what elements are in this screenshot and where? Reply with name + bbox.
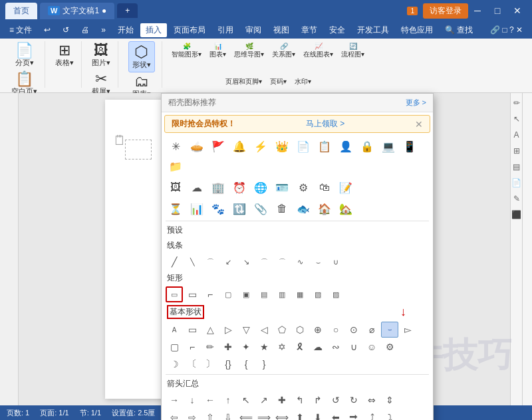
bs2-pencil[interactable]: ✏ (201, 339, 219, 355)
bs2-swirl[interactable]: ∾ (327, 339, 344, 355)
bs2-arc[interactable]: ∪ (345, 339, 362, 355)
icon-cell-person[interactable]: 👤 (336, 137, 356, 156)
arr2-3[interactable]: ⇩ (219, 409, 237, 420)
arr2-10[interactable]: ⮕ (345, 409, 362, 420)
arr-dbl[interactable]: ⇔ (363, 392, 380, 408)
rect-shape-5[interactable]: ▤ (255, 286, 273, 302)
online-chart-button[interactable]: 📈 在线图表▾ (301, 41, 336, 60)
bs2-star6[interactable]: ✡ (273, 339, 291, 355)
bs-ltri[interactable]: ◁ (255, 322, 273, 338)
icon-cell-bolt[interactable]: ⚡ (251, 137, 271, 156)
arr2-8[interactable]: ⬇ (309, 409, 327, 420)
close-button[interactable]: ✕ (508, 1, 527, 20)
icon-cell-clock[interactable]: ⏰ (229, 178, 249, 197)
line-shape-6[interactable]: ⌒ (273, 254, 291, 270)
menu-print[interactable]: 🖨 (76, 24, 94, 36)
line-shape-1[interactable]: ╲ (184, 254, 201, 270)
arr-bend2[interactable]: ↱ (309, 392, 327, 408)
relation-button[interactable]: 🔗 关系图▾ (269, 41, 298, 60)
bs3-bracket-r[interactable]: 〕 (201, 356, 219, 372)
arr2-0[interactable]: ⇦ (166, 409, 183, 420)
line-shape-0[interactable]: ╱ (166, 254, 183, 270)
arr2-6[interactable]: ⟺ (273, 409, 291, 420)
bs3-brace-r[interactable]: } (255, 356, 273, 372)
menu-ref[interactable]: 引用 (212, 23, 239, 37)
menu-layout[interactable]: 页面布局 (168, 23, 211, 37)
arr-vert[interactable]: ⇕ (381, 392, 398, 408)
menu-special[interactable]: 特色应用 (396, 23, 438, 37)
icon-cell-clip[interactable]: 📎 (251, 199, 271, 218)
arr-cw[interactable]: ↻ (345, 392, 362, 408)
icon-cell-crown[interactable]: 👑 (272, 137, 292, 156)
arr2-4[interactable]: ⟸ (237, 409, 255, 420)
arr-u[interactable]: ↺ (327, 392, 344, 408)
biaoge-button[interactable]: ⊞ 表格▾ (52, 41, 77, 70)
icon-cell-phone[interactable]: 📱 (400, 137, 420, 156)
line-shape-8[interactable]: ⌣ (309, 254, 327, 270)
icon-cell-fish[interactable]: 🐟 (293, 199, 313, 218)
fenye-button[interactable]: 📄 分页▾ (12, 41, 37, 70)
doc-tab[interactable]: W 文字文稿1 ● (40, 3, 114, 19)
line-shape-7[interactable]: ∿ (291, 254, 309, 270)
tupian-button[interactable]: 🖼 图片▾ (88, 41, 114, 70)
scrollbar[interactable] (522, 93, 532, 405)
icon-cell-cloud[interactable]: ☁ (187, 178, 207, 197)
bs-pent[interactable]: ⬠ (273, 322, 291, 338)
arr2-1[interactable]: ⇨ (184, 409, 201, 420)
icon-cell-pc[interactable]: 💻 (378, 137, 398, 156)
chart-button[interactable]: 📊 图表▾ (207, 41, 229, 60)
maximize-button[interactable]: □ (488, 1, 507, 20)
bs2-gear[interactable]: ⚙ (381, 339, 398, 355)
icon-cell-lock[interactable]: 🔒 (357, 137, 377, 156)
rt-pencil-icon[interactable]: ✏ (513, 98, 520, 108)
rect-shape-2[interactable]: ⌐ (201, 286, 219, 302)
icon-cell-pie[interactable]: 🥧 (187, 137, 207, 156)
login-button[interactable]: 访客登录 (423, 3, 468, 19)
icon-cell-doc[interactable]: 📄 (293, 137, 313, 156)
header-footer-button[interactable]: 页眉和页脚▾ (223, 76, 265, 88)
icon-cell-copy[interactable]: 📋 (315, 137, 334, 156)
icon-cell-timer[interactable]: ⏳ (166, 199, 186, 218)
rect-shape-1[interactable]: ▭ (184, 286, 201, 302)
icon-cell-id[interactable]: 🪪 (272, 178, 292, 197)
menu-view[interactable]: 视图 (268, 23, 295, 37)
flowchart-button[interactable]: 🔄 流程图▾ (338, 41, 367, 60)
bs-rtri[interactable]: ▷ (219, 322, 237, 338)
bs-ellipse[interactable]: ⌀ (363, 322, 380, 338)
icon-cell-bag[interactable]: 🛍 (315, 178, 334, 197)
arr2-11[interactable]: ⤴ (363, 409, 380, 420)
menu-file[interactable]: ≡ 文件 (4, 23, 37, 37)
page-num-button[interactable]: 页码▾ (267, 76, 289, 88)
icon-cell-home2[interactable]: 🏡 (336, 199, 356, 218)
rect-shape-4[interactable]: ▣ (237, 286, 255, 302)
rect-shape-3[interactable]: ▢ (219, 286, 237, 302)
rt-list-icon[interactable]: ▤ (513, 162, 520, 171)
add-tab[interactable]: + (117, 3, 138, 18)
icon-cell-house[interactable]: 🏠 (315, 199, 334, 218)
menu-more[interactable]: » (96, 24, 111, 36)
menu-insert[interactable]: 插入 (140, 23, 167, 37)
bs-tear-selected[interactable]: ⌣ (381, 322, 398, 338)
rt-edit-icon[interactable]: ✎ (513, 194, 520, 203)
icon-cell-building[interactable]: 🏢 (208, 178, 228, 197)
promo-close-button[interactable]: ✕ (415, 119, 423, 130)
bs2-plus[interactable]: ✚ (219, 339, 237, 355)
icon-cell-star[interactable]: ✳ (166, 137, 186, 156)
rt-text-icon[interactable]: A (513, 130, 519, 140)
bs-more[interactable]: ▻ (399, 322, 416, 338)
arr2-12[interactable]: ⤵ (381, 409, 398, 420)
more-link[interactable]: 更多 > (406, 98, 426, 108)
menu-dev[interactable]: 开发工具 (352, 23, 394, 37)
arr-bend1[interactable]: ↰ (291, 392, 309, 408)
line-shape-2[interactable]: ⌒ (201, 254, 219, 270)
line-shape-3[interactable]: ↙ (219, 254, 237, 270)
bs-ring[interactable]: ⊙ (345, 322, 362, 338)
promo-link[interactable]: 马上领取 > (306, 118, 344, 130)
bs3-bracket-l[interactable]: 〔 (184, 356, 201, 372)
icon-cell-note[interactable]: 📝 (336, 178, 356, 197)
bs3-brace[interactable]: {} (219, 356, 237, 372)
arr-4way[interactable]: ✚ (273, 392, 291, 408)
minimize-button[interactable]: ─ (468, 1, 487, 20)
home-tab[interactable]: 首页 (5, 3, 37, 19)
arr-down[interactable]: ↓ (184, 392, 201, 408)
